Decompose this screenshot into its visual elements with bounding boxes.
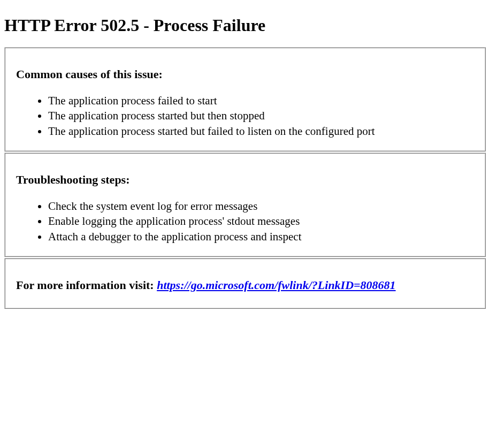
info-section: For more information visit: https://go.m… <box>4 258 486 309</box>
list-item: Attach a debugger to the application pro… <box>48 229 474 244</box>
list-item: The application process started but fail… <box>48 124 474 139</box>
info-prefix: For more information visit: <box>16 278 157 292</box>
causes-heading: Common causes of this issue: <box>16 67 474 81</box>
list-item: Check the system event log for error mes… <box>48 199 474 214</box>
causes-list: The application process failed to start … <box>16 93 474 139</box>
list-item: The application process failed to start <box>48 93 474 108</box>
page-title: HTTP Error 502.5 - Process Failure <box>4 16 493 35</box>
causes-section: Common causes of this issue: The applica… <box>4 47 486 151</box>
info-heading: For more information visit: https://go.m… <box>16 278 474 292</box>
info-link[interactable]: https://go.microsoft.com/fwlink/?LinkID=… <box>157 278 395 292</box>
list-item: The application process started but then… <box>48 108 474 123</box>
troubleshooting-heading: Troubleshooting steps: <box>16 173 474 187</box>
troubleshooting-section: Troubleshooting steps: Check the system … <box>4 153 486 257</box>
troubleshooting-list: Check the system event log for error mes… <box>16 199 474 244</box>
list-item: Enable logging the application process' … <box>48 214 474 229</box>
